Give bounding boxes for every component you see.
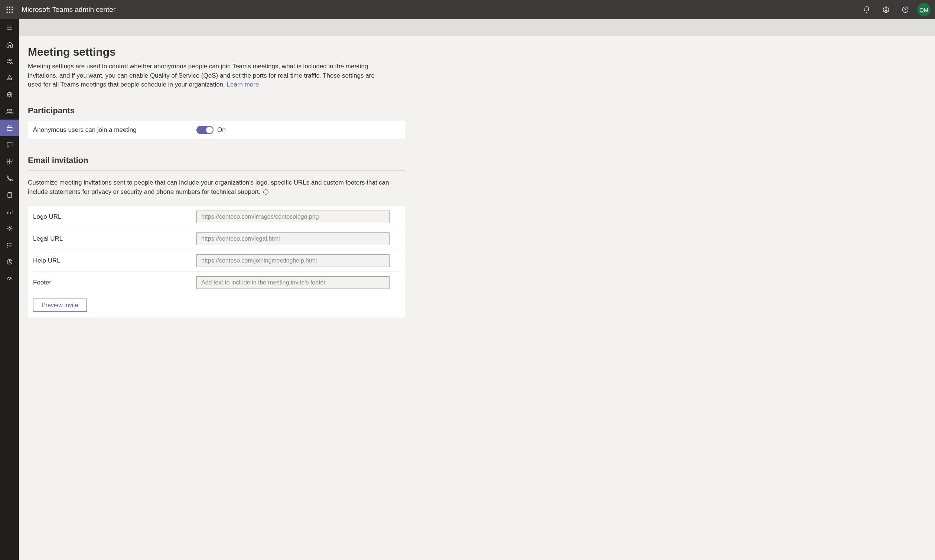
devices-icon: [6, 74, 13, 82]
email-invitation-card: Logo URL Legal URL Help URL Footer Previ…: [28, 206, 405, 317]
notifications-button[interactable]: [857, 0, 877, 19]
page-title: Meeting settings: [28, 46, 926, 58]
rail-legacy-portal[interactable]: [0, 253, 19, 270]
rail-planning[interactable]: [0, 237, 19, 253]
help-icon: [901, 6, 909, 13]
logo-url-row: Logo URL: [33, 206, 400, 228]
svg-rect-24: [7, 159, 9, 161]
rail-apps[interactable]: [0, 153, 19, 170]
participants-heading: Participants: [28, 106, 926, 115]
legal-url-row: Legal URL: [33, 228, 400, 250]
bell-icon: [863, 6, 870, 13]
help-url-label: Help URL: [33, 257, 197, 265]
anonymous-join-label: Anonymous users can join a meeting: [33, 126, 197, 134]
list-icon: [6, 242, 13, 249]
rail-devices[interactable]: [0, 69, 19, 86]
svg-point-39: [9, 279, 10, 280]
help-url-input[interactable]: [197, 254, 389, 267]
logo-url-input[interactable]: [197, 211, 389, 223]
phone-icon: [6, 175, 13, 182]
skype-icon: [6, 258, 13, 266]
rail-voice[interactable]: [0, 170, 19, 186]
hamburger-icon: [6, 24, 13, 32]
users-icon: [6, 108, 13, 115]
rail-menu-toggle[interactable]: [0, 19, 19, 36]
avatar[interactable]: QM: [917, 3, 930, 16]
preview-invite-button[interactable]: Preview invite: [33, 298, 87, 312]
svg-rect-20: [7, 126, 12, 131]
legal-url-label: Legal URL: [33, 235, 197, 243]
app-launcher-button[interactable]: [0, 0, 19, 19]
chart-icon: [6, 208, 13, 215]
settings-button[interactable]: [877, 0, 896, 19]
rail-users[interactable]: [0, 103, 19, 120]
svg-point-2: [12, 6, 13, 8]
svg-point-19: [10, 109, 12, 111]
svg-point-1: [9, 6, 11, 8]
logo-url-label: Logo URL: [33, 213, 197, 221]
gauge-icon: [6, 275, 13, 282]
home-icon: [6, 41, 13, 48]
footer-row: Footer: [33, 272, 400, 293]
help-url-row: Help URL: [33, 250, 400, 272]
breadcrumb-band: [19, 19, 935, 36]
waffle-icon: [6, 6, 13, 13]
svg-point-0: [6, 6, 8, 8]
anonymous-join-toggle[interactable]: [197, 126, 214, 134]
info-icon[interactable]: [263, 189, 269, 195]
rail-meetings[interactable]: [0, 120, 19, 136]
rail-home[interactable]: [0, 36, 19, 53]
email-invitation-heading: Email invitation: [28, 155, 926, 165]
page-description: Meeting settings are used to control whe…: [28, 62, 377, 89]
rail-call-quality[interactable]: [0, 270, 19, 287]
clipboard-icon: [6, 191, 13, 198]
svg-point-18: [8, 109, 9, 111]
rail-policy[interactable]: [0, 186, 19, 203]
svg-point-8: [12, 12, 13, 13]
app-title: Microsoft Teams admin center: [22, 6, 115, 14]
svg-rect-26: [7, 162, 9, 164]
svg-point-6: [6, 12, 8, 13]
apps-icon: [6, 158, 13, 165]
rail-analytics[interactable]: [0, 203, 19, 220]
gear-small-icon: [6, 225, 13, 232]
rail-locations[interactable]: [0, 86, 19, 103]
footer-label: Footer: [33, 279, 197, 286]
calendar-icon: [6, 125, 13, 132]
svg-point-3: [6, 9, 8, 11]
anonymous-join-state: On: [217, 126, 226, 134]
learn-more-link[interactable]: Learn more: [227, 81, 259, 88]
shell: Meeting settings Meeting settings are us…: [0, 19, 935, 560]
svg-point-11: [905, 11, 905, 12]
svg-point-16: [11, 59, 12, 61]
legal-url-input[interactable]: [197, 232, 389, 245]
svg-point-33: [9, 227, 11, 229]
rail-org-settings[interactable]: [0, 220, 19, 237]
top-bar: Microsoft Teams admin center QM: [0, 0, 935, 19]
email-invitation-description: Customize meeting invitations sent to pe…: [28, 171, 405, 197]
globe-icon: [6, 91, 13, 98]
svg-point-4: [9, 9, 11, 11]
svg-rect-25: [10, 159, 12, 161]
content: Meeting settings Meeting settings are us…: [19, 36, 935, 560]
content-wrap: Meeting settings Meeting settings are us…: [19, 19, 935, 560]
chat-icon: [6, 141, 13, 149]
people-icon: [6, 58, 13, 65]
anonymous-join-row: Anonymous users can join a meeting On: [28, 121, 405, 139]
participants-card: Anonymous users can join a meeting On: [28, 121, 405, 139]
svg-point-42: [266, 191, 266, 191]
footer-input[interactable]: [197, 276, 389, 289]
rail-teams[interactable]: [0, 53, 19, 69]
svg-point-15: [8, 59, 10, 61]
gear-icon: [882, 6, 890, 13]
help-button[interactable]: [896, 0, 915, 19]
svg-point-5: [12, 9, 13, 11]
rail-messaging[interactable]: [0, 136, 19, 153]
left-rail: [0, 19, 19, 560]
svg-point-7: [9, 12, 11, 13]
svg-point-9: [885, 9, 887, 11]
